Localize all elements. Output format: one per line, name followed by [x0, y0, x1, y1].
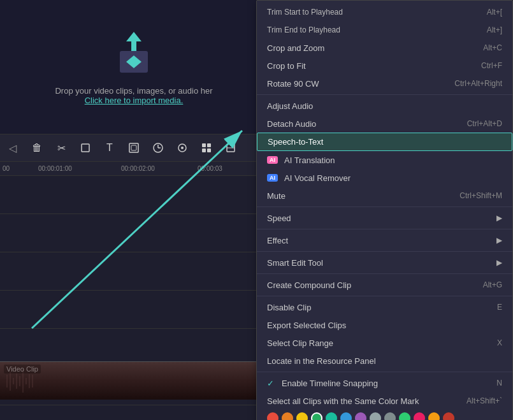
speed-label: Speed: [267, 214, 291, 223]
effect-label: Effect: [267, 236, 288, 245]
crop-fit-shortcut: Ctrl+F: [481, 61, 502, 70]
color-swatch-blue[interactable]: [340, 412, 352, 420]
video-clip[interactable]: Video Clip: [0, 361, 268, 400]
compound-clip-shortcut: Alt+G: [483, 280, 502, 289]
divider-1: [257, 94, 512, 95]
color-swatch-purple[interactable]: [355, 412, 366, 420]
menu-item-mute[interactable]: Mute Ctrl+Shift+M: [257, 187, 512, 205]
divider-3: [257, 229, 512, 229]
import-description: Drop your video clips, images, or audio …: [55, 86, 212, 96]
color-swatch-lightgray[interactable]: [370, 412, 381, 420]
color-swatch-green[interactable]: [311, 412, 322, 420]
mute-shortcut: Ctrl+Shift+M: [459, 191, 502, 200]
text-icon[interactable]: T: [102, 140, 117, 156]
svg-rect-17: [10, 372, 11, 391]
delete-icon[interactable]: 🗑: [29, 140, 45, 156]
menu-item-compound-clip[interactable]: Create Compound Clip Alt+G: [257, 276, 512, 294]
menu-item-crop-zoom[interactable]: Crop and Zoom Alt+C: [257, 39, 512, 57]
ruler-mark-1: 00:00:01:00: [38, 165, 72, 172]
trim-end-label: Trim End to Playhead: [267, 25, 340, 34]
color-swatch-lime[interactable]: [399, 412, 410, 420]
menu-item-speech-to-text[interactable]: Speech-to-Text: [257, 133, 512, 151]
stabilize-icon[interactable]: [175, 140, 190, 156]
compound-clip-label: Create Compound Clip: [267, 280, 351, 290]
svg-point-8: [181, 147, 184, 149]
menu-item-rotate[interactable]: Rotate 90 CW Ctrl+Alt+Right: [257, 75, 512, 92]
color-swatch-yellow[interactable]: [296, 412, 308, 420]
menu-item-trim-end[interactable]: Trim End to Playhead Alt+]: [257, 21, 512, 39]
menu-item-ai-translation[interactable]: AI AI Translation: [257, 151, 512, 169]
locate-resource-label: Locate in the Resource Panel: [267, 356, 376, 366]
mute-label: Mute: [267, 191, 285, 201]
layout-icon[interactable]: [199, 140, 214, 156]
svg-rect-20: [19, 376, 20, 386]
import-link[interactable]: Click here to import media.: [85, 96, 184, 105]
color-swatch-orange[interactable]: [282, 412, 293, 420]
menu-item-effect[interactable]: Effect ▶: [257, 231, 512, 249]
effect-arrow-icon: ▶: [496, 236, 502, 245]
svg-rect-11: [202, 148, 206, 152]
menu-item-detach-audio[interactable]: Detach Audio Ctrl+Alt+D: [257, 115, 512, 133]
color-swatch-darkred[interactable]: [443, 412, 454, 420]
svg-rect-5: [131, 145, 136, 150]
menu-item-locate-resource[interactable]: Locate in the Resource Panel: [257, 352, 512, 370]
svg-rect-12: [207, 148, 211, 152]
trim-start-label: Trim Start to Playhead: [267, 8, 343, 17]
divider-2: [257, 206, 512, 207]
rotate-shortcut: Ctrl+Alt+Right: [454, 79, 502, 88]
detach-audio-label: Detach Audio: [267, 119, 316, 129]
crop-zoom-label: Crop and Zoom: [267, 43, 324, 53]
ai-vocal-label: AI Vocal Remover: [284, 173, 350, 183]
color-swatch-pink[interactable]: [414, 412, 425, 420]
toolbar: ◁ 🗑 ✂ T: [0, 134, 268, 162]
ai-badge-blue: AI: [267, 174, 278, 182]
color-swatch-gray[interactable]: [384, 412, 396, 420]
svg-marker-0: [126, 32, 141, 51]
detach-audio-shortcut: Ctrl+Alt+D: [467, 119, 502, 128]
menu-item-disable-clip[interactable]: Disable Clip E: [257, 298, 512, 316]
menu-item-timeline-snapping[interactable]: ✓ Enable Timeline Snapping N: [257, 374, 512, 392]
crop2-icon[interactable]: [223, 140, 238, 156]
disable-clip-shortcut: E: [497, 303, 502, 312]
menu-item-crop-fit[interactable]: Crop to Fit Ctrl+F: [257, 57, 512, 75]
menu-item-ai-vocal[interactable]: AI AI Vocal Remover: [257, 169, 512, 187]
divider-5: [257, 273, 512, 274]
color-swatch-red[interactable]: [267, 412, 278, 420]
svg-rect-21: [22, 370, 24, 393]
transform-icon[interactable]: [126, 140, 141, 156]
menu-item-trim-start[interactable]: Trim Start to Playhead Alt+[: [257, 3, 512, 21]
timeline-snapping-shortcut: N: [496, 379, 502, 387]
speed-arrow-icon: ▶: [496, 214, 502, 222]
crop-icon[interactable]: [78, 140, 93, 156]
svg-rect-18: [13, 378, 14, 384]
ruler-mark-3: 00:00:03: [198, 165, 222, 172]
color-swatch-teal[interactable]: [326, 412, 337, 420]
svg-rect-24: [32, 375, 33, 387]
menu-item-speed[interactable]: Speed ▶: [257, 209, 512, 227]
menu-item-export-clips[interactable]: Export Selected Clips: [257, 316, 512, 334]
menu-item-same-color[interactable]: Select all Clips with the Same Color Mar…: [257, 392, 512, 410]
trim-start-shortcut: Alt+[: [487, 8, 502, 17]
svg-rect-15: [0, 362, 268, 400]
toolbar-icon-0: ◁: [5, 140, 20, 156]
menu-item-adjust-audio[interactable]: Adjust Audio: [257, 97, 512, 115]
menu-item-clip-range[interactable]: Select Clip Range X: [257, 334, 512, 352]
cut-icon[interactable]: ✂: [54, 140, 69, 156]
same-color-shortcut: Alt+Shift+`: [466, 396, 502, 405]
menu-item-smart-edit[interactable]: Smart Edit Tool ▶: [257, 254, 512, 272]
color-swatches-row: [257, 410, 512, 420]
divider-4: [257, 251, 512, 252]
svg-rect-19: [16, 373, 17, 389]
smart-edit-arrow-icon: ▶: [496, 258, 502, 267]
divider-6: [257, 296, 512, 296]
clip-range-shortcut: X: [497, 338, 502, 347]
color-swatch-amber[interactable]: [428, 412, 440, 420]
divider-7: [257, 372, 512, 372]
trim-end-shortcut: Alt+]: [487, 25, 502, 34]
rotate-label: Rotate 90 CW: [267, 79, 319, 89]
svg-rect-16: [6, 375, 8, 387]
import-text: Drop your video clips, images, or audio …: [55, 86, 212, 105]
ruler-mark-0: 00: [3, 165, 10, 172]
timeline-ruler: 00 00:00:01:00 00:00:02:00 00:00:03: [0, 162, 268, 176]
speed-icon[interactable]: [150, 140, 166, 156]
